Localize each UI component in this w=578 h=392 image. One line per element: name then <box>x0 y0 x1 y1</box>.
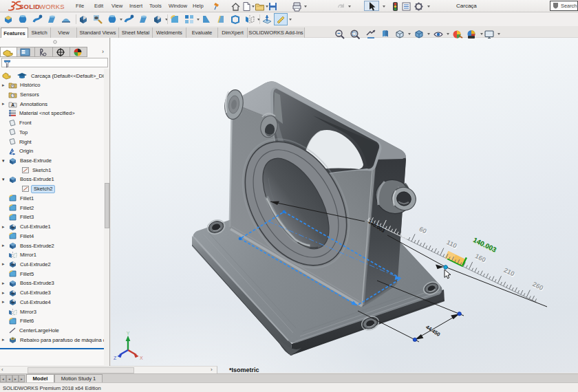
svg-text:210: 210 <box>503 266 516 278</box>
svg-text:140.003: 140.003 <box>472 236 498 254</box>
svg-text:260: 260 <box>531 280 544 292</box>
svg-text:X: X <box>140 356 143 360</box>
svg-text:Z: Z <box>114 356 117 360</box>
svg-text:60: 60 <box>418 225 428 235</box>
svg-text:Y: Y <box>127 331 130 336</box>
svg-text:*Isometric: *Isometric <box>229 367 259 373</box>
svg-text:110: 110 <box>445 238 458 250</box>
svg-text:160: 160 <box>474 252 487 264</box>
svg-text:SOLID: SOLID <box>19 3 40 10</box>
svg-text:WORKS: WORKS <box>39 3 65 10</box>
svg-text:A: A <box>11 102 14 107</box>
